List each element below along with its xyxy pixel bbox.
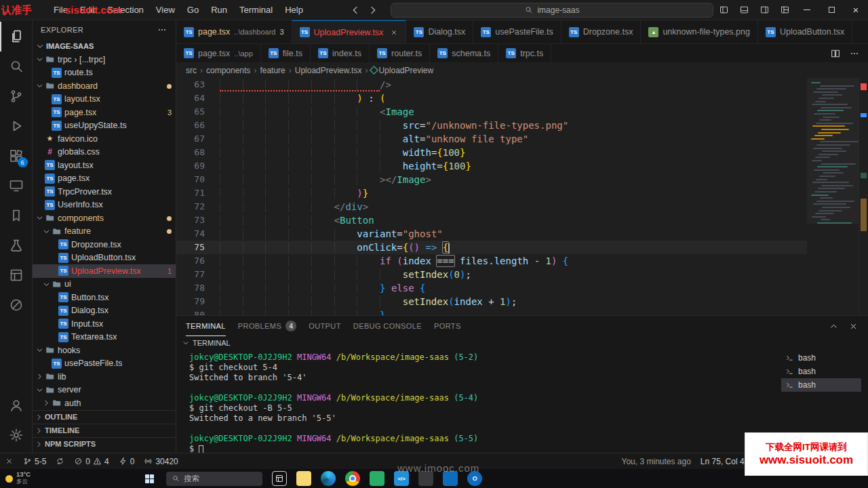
status-you-3-minutes-ago[interactable]: You, 3 minutes ago [617,453,696,470]
editor-code[interactable]: 63 />64 ) : (65 <Image66 src="/unknown-f… [176,78,807,315]
code-line-70[interactable]: 70 ></Image> [176,173,807,186]
status-zap[interactable]: 0 [114,453,140,470]
code-line-74[interactable]: 74 variant="ghost" [176,227,807,241]
line-number[interactable]: 63 [176,78,220,92]
tab-trpc.ts[interactable]: TStrpc.ts [498,44,551,62]
line-number[interactable]: 72 [176,200,220,214]
code-line-76[interactable]: 76 if (index === files.length - 1) { [176,254,807,268]
line-number[interactable]: 80 [176,308,220,315]
terminal-session-bash[interactable]: bash [781,365,861,378]
activity-search-icon[interactable] [0,52,33,81]
terminal-section-header[interactable]: TERMINAL [176,336,868,350]
tab-uploadpreview.tsx[interactable]: TSUploadPreview.tsx [292,20,407,43]
line-number[interactable]: 73 [176,214,220,227]
sidebar-section-outline[interactable]: OUTLINE [33,410,176,424]
tree-item-route.ts[interactable]: TSroute.ts [33,66,176,80]
line-number[interactable]: 74 [176,227,220,241]
minimap[interactable] [807,78,859,315]
sidebar-section-timeline[interactable]: TIMELINE [33,424,176,437]
status-broadcast[interactable]: 30420 [139,453,182,470]
start-button[interactable] [138,469,161,488]
tab-file.ts[interactable]: TSfile.ts [261,44,311,62]
panel-tab-terminal[interactable]: TERMINAL [186,316,226,336]
code-line-64[interactable]: 64 ) : ( [176,92,807,105]
minimize-button[interactable] [795,0,819,20]
tree-item-uploadpreview.tsx[interactable]: TSUploadPreview.tsx1 [33,264,176,278]
line-number[interactable]: 65 [176,105,220,119]
line-number[interactable]: 68 [176,146,220,159]
panel-tab-output[interactable]: OUTPUT [309,316,341,336]
more-actions-icon[interactable] [849,48,860,59]
forward-arrow-icon[interactable] [368,5,378,16]
tree-root[interactable]: IMAGE-SAAS [33,39,176,53]
command-center-search[interactable]: image-saas [391,3,713,18]
breadcrumb-item-components[interactable]: components [206,66,250,75]
line-number[interactable]: 77 [176,268,220,281]
close-button[interactable]: × [844,0,868,20]
panel-tab-problems[interactable]: PROBLEMS4 [238,316,296,336]
taskbar-search[interactable]: 搜索 [166,472,262,486]
taskbar-weather[interactable]: 13°C 多云 [0,471,36,486]
activity-bookmarks-icon[interactable] [0,201,33,230]
breadcrumb-item-feature[interactable]: feature [260,66,285,75]
line-number[interactable]: 78 [176,281,220,295]
tree-item-dashboard[interactable]: dashboard [33,79,176,93]
toggle-panel-icon[interactable] [734,0,754,20]
activity-testing-icon[interactable] [0,230,33,260]
status-problems[interactable]: 04 [69,453,113,470]
menu-terminal[interactable]: Terminal [233,0,279,20]
line-number[interactable]: 66 [176,119,220,132]
code-line-66[interactable]: 66 src="/unknown-file-types.png" [176,119,807,132]
tree-item-favicon.ico[interactable]: ★favicon.ico [33,132,176,146]
line-number[interactable]: 79 [176,295,220,308]
breadcrumb-item-uploadpreview[interactable]: UploadPreview [371,66,433,75]
menu-help[interactable]: Help [279,0,309,20]
overview-ruler[interactable] [859,78,868,315]
toggle-secondary-sidebar-icon[interactable] [754,0,774,20]
status-remote[interactable] [0,453,18,470]
sidebar-section-npm-scripts[interactable]: NPM SCRIPTS [33,437,176,451]
activity-settings-icon[interactable] [0,420,33,450]
code-line-73[interactable]: 73 <Button [176,214,807,227]
tab-router.ts[interactable]: TSrouter.ts [370,44,430,62]
tree-item-layout.tsx[interactable]: TSlayout.tsx [33,93,176,106]
taskbar-app-edge[interactable] [321,471,336,486]
tree-item-usepastefile.ts[interactable]: TSusePasteFile.ts [33,357,176,371]
terminal-session-bash[interactable]: bash [781,378,861,392]
tree-item-useuppystate.ts[interactable]: TSuseUppyState.ts [33,119,176,133]
tree-item-hooks[interactable]: hooks [33,344,176,357]
more-actions-icon[interactable] [157,24,167,35]
code-line-68[interactable]: 68 width={100} [176,146,807,159]
taskbar-app-file-explorer[interactable] [296,471,311,486]
back-arrow-icon[interactable] [350,5,361,16]
taskbar-app-chrome[interactable] [345,471,360,486]
tab-dialog.tsx[interactable]: TSDialog.tsx [406,20,473,43]
tab-unknown-file-types.png[interactable]: ▴unknown-file-types.png [641,20,758,43]
tree-item-trpc----...trpc-[interactable]: trpc › [...trpc] [33,53,176,66]
menu-run[interactable]: Run [205,0,233,20]
status-branch[interactable]: 5-5 [18,453,51,470]
tree-item-lib[interactable]: lib [33,370,176,384]
panel-tab-debug-console[interactable]: DEBUG CONSOLE [353,316,422,336]
terminal-session-bash[interactable]: bash [781,351,861,365]
tree-item-dropzone.tsx[interactable]: TSDropzone.tsx [33,238,176,251]
activity-run-and-debug-icon[interactable] [0,111,33,141]
tab-dropzone.tsx[interactable]: TSDropzone.tsx [561,20,642,43]
tree-item-ui[interactable]: ui [33,278,176,291]
menu-view[interactable]: View [150,0,181,20]
tree-item-server[interactable]: server [33,384,176,397]
line-number[interactable]: 75 [176,241,220,254]
activity-references-icon[interactable] [0,290,33,320]
code-line-69[interactable]: 69 height={100} [176,159,807,173]
line-number[interactable]: 71 [176,186,220,200]
code-line-77[interactable]: 77 setIndex(0); [176,268,807,281]
code-line-78[interactable]: 78 } else { [176,281,807,295]
maximize-button[interactable] [819,0,844,20]
code-line-72[interactable]: 72 </div> [176,200,807,214]
menu-go[interactable]: Go [181,0,205,20]
taskbar-app-wechat[interactable] [370,471,384,486]
tree-item-auth[interactable]: auth [33,396,176,410]
tree-item-uploadbutton.tsx[interactable]: TSUploadButton.tsx [33,251,176,265]
breadcrumb-item-uploadpreview.tsx[interactable]: UploadPreview.tsx [295,66,362,75]
activity-remote-explorer-icon[interactable] [0,171,33,201]
